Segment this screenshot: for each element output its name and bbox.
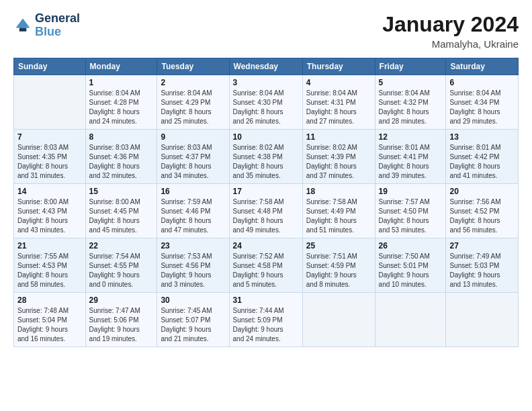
day-number: 24 bbox=[233, 241, 299, 250]
day-number: 29 bbox=[89, 295, 154, 305]
day-number: 5 bbox=[379, 78, 443, 87]
calendar-week-5: 28Sunrise: 7:48 AMSunset: 5:04 PMDayligh… bbox=[14, 293, 519, 347]
day-info: Sunrise: 7:52 AMSunset: 4:58 PMDaylight:… bbox=[233, 252, 299, 289]
day-of-week-thursday: Thursday bbox=[302, 58, 375, 75]
day-of-week-wednesday: Wednesday bbox=[229, 58, 302, 75]
day-number: 25 bbox=[306, 241, 371, 250]
calendar-cell: 31Sunrise: 7:44 AMSunset: 5:09 PMDayligh… bbox=[229, 293, 302, 347]
day-number: 4 bbox=[306, 78, 371, 87]
calendar-cell: 8Sunrise: 8:03 AMSunset: 4:36 PMDaylight… bbox=[85, 130, 157, 184]
calendar-cell: 26Sunrise: 7:50 AMSunset: 5:01 PMDayligh… bbox=[375, 238, 446, 293]
calendar-cell: 30Sunrise: 7:45 AMSunset: 5:07 PMDayligh… bbox=[157, 293, 229, 347]
day-number: 3 bbox=[233, 78, 299, 87]
day-number: 1 bbox=[89, 78, 154, 87]
calendar-cell: 2Sunrise: 8:04 AMSunset: 4:29 PMDaylight… bbox=[157, 75, 229, 130]
calendar-cell bbox=[302, 293, 375, 347]
calendar-cell: 12Sunrise: 8:01 AMSunset: 4:41 PMDayligh… bbox=[375, 130, 446, 184]
calendar-week-3: 14Sunrise: 8:00 AMSunset: 4:43 PMDayligh… bbox=[14, 184, 519, 238]
day-of-week-tuesday: Tuesday bbox=[157, 58, 229, 75]
day-of-week-sunday: Sunday bbox=[14, 58, 86, 75]
day-info: Sunrise: 8:03 AMSunset: 4:37 PMDaylight:… bbox=[161, 143, 225, 181]
calendar-cell: 6Sunrise: 8:04 AMSunset: 4:34 PMDaylight… bbox=[446, 75, 519, 130]
calendar-cell: 7Sunrise: 8:03 AMSunset: 4:35 PMDaylight… bbox=[14, 130, 86, 184]
header: General Blue January 2024 Mamalyha, Ukra… bbox=[13, 12, 519, 50]
calendar-cell: 13Sunrise: 8:01 AMSunset: 4:42 PMDayligh… bbox=[446, 130, 519, 184]
calendar-cell: 17Sunrise: 7:58 AMSunset: 4:48 PMDayligh… bbox=[229, 184, 302, 238]
logo-line1: General bbox=[35, 12, 80, 26]
day-info: Sunrise: 7:59 AMSunset: 4:46 PMDaylight:… bbox=[161, 197, 225, 235]
day-info: Sunrise: 8:03 AMSunset: 4:35 PMDaylight:… bbox=[17, 143, 82, 181]
calendar-week-2: 7Sunrise: 8:03 AMSunset: 4:35 PMDaylight… bbox=[14, 130, 519, 184]
day-info: Sunrise: 8:02 AMSunset: 4:39 PMDaylight:… bbox=[306, 143, 371, 181]
calendar-cell: 18Sunrise: 7:58 AMSunset: 4:49 PMDayligh… bbox=[302, 184, 375, 238]
calendar-cell: 4Sunrise: 8:04 AMSunset: 4:31 PMDaylight… bbox=[302, 75, 375, 130]
day-number: 11 bbox=[306, 132, 371, 142]
svg-rect-1 bbox=[19, 28, 27, 31]
calendar-cell: 15Sunrise: 8:00 AMSunset: 4:45 PMDayligh… bbox=[85, 184, 157, 238]
calendar-cell: 24Sunrise: 7:52 AMSunset: 4:58 PMDayligh… bbox=[229, 238, 302, 293]
day-of-week-saturday: Saturday bbox=[446, 58, 519, 75]
day-info: Sunrise: 7:48 AMSunset: 5:04 PMDaylight:… bbox=[17, 306, 82, 344]
title-block: January 2024 Mamalyha, Ukraine bbox=[382, 12, 519, 50]
day-number: 19 bbox=[379, 187, 443, 196]
page-title: January 2024 bbox=[382, 12, 519, 37]
calendar-cell: 9Sunrise: 8:03 AMSunset: 4:37 PMDaylight… bbox=[157, 130, 229, 184]
day-number: 15 bbox=[89, 187, 154, 196]
day-info: Sunrise: 8:04 AMSunset: 4:31 PMDaylight:… bbox=[306, 89, 371, 126]
day-info: Sunrise: 8:00 AMSunset: 4:45 PMDaylight:… bbox=[89, 197, 154, 235]
day-number: 27 bbox=[449, 241, 515, 250]
day-number: 21 bbox=[17, 241, 82, 250]
day-number: 17 bbox=[233, 187, 299, 196]
logo: General Blue bbox=[13, 12, 80, 39]
day-number: 10 bbox=[233, 132, 299, 142]
day-info: Sunrise: 8:04 AMSunset: 4:34 PMDaylight:… bbox=[449, 89, 515, 126]
calendar-header: SundayMondayTuesdayWednesdayThursdayFrid… bbox=[14, 58, 519, 75]
calendar-cell: 16Sunrise: 7:59 AMSunset: 4:46 PMDayligh… bbox=[157, 184, 229, 238]
calendar-cell: 29Sunrise: 7:47 AMSunset: 5:06 PMDayligh… bbox=[85, 293, 157, 347]
day-number: 28 bbox=[17, 295, 82, 305]
calendar-body: 1Sunrise: 8:04 AMSunset: 4:28 PMDaylight… bbox=[14, 75, 519, 347]
day-info: Sunrise: 7:55 AMSunset: 4:53 PMDaylight:… bbox=[17, 252, 82, 289]
page: General Blue January 2024 Mamalyha, Ukra… bbox=[0, 0, 532, 354]
day-info: Sunrise: 7:58 AMSunset: 4:49 PMDaylight:… bbox=[306, 197, 371, 235]
day-info: Sunrise: 8:04 AMSunset: 4:30 PMDaylight:… bbox=[233, 89, 299, 126]
calendar-cell: 5Sunrise: 8:04 AMSunset: 4:32 PMDaylight… bbox=[375, 75, 446, 130]
calendar-cell: 19Sunrise: 7:57 AMSunset: 4:50 PMDayligh… bbox=[375, 184, 446, 238]
calendar-cell bbox=[446, 293, 519, 347]
day-info: Sunrise: 7:50 AMSunset: 5:01 PMDaylight:… bbox=[379, 252, 443, 289]
calendar-cell: 23Sunrise: 7:53 AMSunset: 4:56 PMDayligh… bbox=[157, 238, 229, 293]
day-info: Sunrise: 7:56 AMSunset: 4:52 PMDaylight:… bbox=[449, 197, 515, 235]
day-info: Sunrise: 7:47 AMSunset: 5:06 PMDaylight:… bbox=[89, 306, 154, 344]
calendar-cell: 22Sunrise: 7:54 AMSunset: 4:55 PMDayligh… bbox=[85, 238, 157, 293]
day-number: 12 bbox=[379, 132, 443, 142]
day-of-week-friday: Friday bbox=[375, 58, 446, 75]
logo-line2: Blue bbox=[35, 26, 80, 39]
day-number: 14 bbox=[17, 187, 82, 196]
day-info: Sunrise: 7:45 AMSunset: 5:07 PMDaylight:… bbox=[161, 306, 225, 344]
day-number: 30 bbox=[161, 295, 225, 305]
calendar-cell: 11Sunrise: 8:02 AMSunset: 4:39 PMDayligh… bbox=[302, 130, 375, 184]
days-header-row: SundayMondayTuesdayWednesdayThursdayFrid… bbox=[14, 58, 519, 75]
calendar-cell: 21Sunrise: 7:55 AMSunset: 4:53 PMDayligh… bbox=[14, 238, 86, 293]
day-info: Sunrise: 7:58 AMSunset: 4:48 PMDaylight:… bbox=[233, 197, 299, 235]
day-number: 13 bbox=[449, 132, 515, 142]
calendar-cell: 25Sunrise: 7:51 AMSunset: 4:59 PMDayligh… bbox=[302, 238, 375, 293]
day-info: Sunrise: 8:04 AMSunset: 4:32 PMDaylight:… bbox=[379, 89, 443, 126]
day-of-week-monday: Monday bbox=[85, 58, 157, 75]
calendar-cell: 14Sunrise: 8:00 AMSunset: 4:43 PMDayligh… bbox=[14, 184, 86, 238]
svg-marker-0 bbox=[16, 18, 30, 28]
day-number: 16 bbox=[161, 187, 225, 196]
day-number: 6 bbox=[449, 78, 515, 87]
calendar-cell: 10Sunrise: 8:02 AMSunset: 4:38 PMDayligh… bbox=[229, 130, 302, 184]
calendar-cell: 1Sunrise: 8:04 AMSunset: 4:28 PMDaylight… bbox=[85, 75, 157, 130]
day-info: Sunrise: 8:01 AMSunset: 4:42 PMDaylight:… bbox=[449, 143, 515, 181]
day-info: Sunrise: 8:02 AMSunset: 4:38 PMDaylight:… bbox=[233, 143, 299, 181]
calendar-cell: 28Sunrise: 7:48 AMSunset: 5:04 PMDayligh… bbox=[14, 293, 86, 347]
day-info: Sunrise: 8:01 AMSunset: 4:41 PMDaylight:… bbox=[379, 143, 443, 181]
calendar-cell: 3Sunrise: 8:04 AMSunset: 4:30 PMDaylight… bbox=[229, 75, 302, 130]
calendar-cell: 27Sunrise: 7:49 AMSunset: 5:03 PMDayligh… bbox=[446, 238, 519, 293]
day-number: 8 bbox=[89, 132, 154, 142]
calendar-week-1: 1Sunrise: 8:04 AMSunset: 4:28 PMDaylight… bbox=[14, 75, 519, 130]
page-subtitle: Mamalyha, Ukraine bbox=[382, 38, 519, 50]
day-number: 18 bbox=[306, 187, 371, 196]
